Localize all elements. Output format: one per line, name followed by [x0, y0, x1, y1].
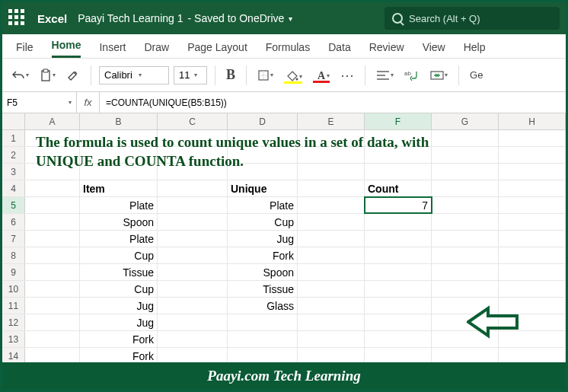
cell[interactable] — [365, 214, 432, 230]
font-family-select[interactable]: Calibri▾ — [99, 66, 169, 84]
cell[interactable] — [298, 231, 365, 247]
cell[interactable] — [298, 348, 365, 364]
cell[interactable] — [158, 180, 228, 196]
select-all-corner[interactable] — [2, 113, 25, 129]
cell[interactable]: Plate — [80, 197, 158, 213]
row-header[interactable]: 3 — [2, 164, 25, 180]
undo-button[interactable]: ▾ — [8, 67, 32, 84]
cell[interactable] — [432, 180, 499, 196]
cell[interactable] — [25, 231, 80, 247]
cell[interactable]: Spoon — [80, 214, 158, 230]
cell[interactable] — [432, 231, 499, 247]
tab-insert[interactable]: Insert — [99, 41, 126, 58]
row-header[interactable]: 7 — [2, 231, 25, 247]
tab-draw[interactable]: Draw — [144, 41, 169, 58]
cell[interactable] — [158, 214, 228, 230]
search-input[interactable]: Search (Alt + Q) — [385, 7, 560, 30]
cell[interactable] — [365, 331, 432, 347]
cell[interactable] — [365, 314, 432, 330]
cell[interactable] — [228, 130, 298, 146]
paste-button[interactable]: ▾ — [37, 66, 59, 84]
name-box[interactable]: F5▾ — [2, 92, 77, 113]
cell[interactable] — [158, 164, 228, 180]
cell[interactable] — [298, 298, 365, 314]
cell[interactable] — [499, 147, 566, 163]
cell[interactable] — [432, 348, 499, 364]
cell[interactable] — [158, 231, 228, 247]
cell[interactable] — [25, 247, 80, 263]
merge-button[interactable]: ▾ — [427, 68, 451, 83]
cell[interactable] — [228, 164, 298, 180]
tab-file[interactable]: File — [16, 41, 34, 58]
row-header[interactable]: 11 — [2, 298, 25, 314]
cell[interactable] — [365, 298, 432, 314]
col-header[interactable]: H — [499, 113, 566, 129]
cell[interactable]: Fork — [80, 331, 158, 347]
cell[interactable] — [25, 214, 80, 230]
cell[interactable] — [365, 281, 432, 297]
cell[interactable]: Fork — [228, 247, 298, 263]
cell[interactable] — [158, 348, 228, 364]
font-color-button[interactable]: A ▾ — [310, 69, 333, 81]
row-header[interactable]: 6 — [2, 214, 25, 230]
cell[interactable] — [499, 164, 566, 180]
cell[interactable] — [298, 331, 365, 347]
cell[interactable] — [298, 214, 365, 230]
col-header[interactable]: E — [298, 113, 365, 129]
cell[interactable]: Plate — [80, 231, 158, 247]
cell[interactable] — [158, 247, 228, 263]
formula-input[interactable]: =COUNTA(UNIQUE(B5:B15)) — [100, 92, 566, 113]
cell[interactable]: Jug — [80, 314, 158, 330]
more-font-button[interactable]: ⋯ — [337, 65, 357, 86]
selected-cell[interactable]: 7 — [365, 197, 432, 213]
cell[interactable] — [499, 247, 566, 263]
fill-color-button[interactable]: ▾ — [281, 69, 305, 82]
cell[interactable] — [228, 314, 298, 330]
cell[interactable] — [365, 264, 432, 280]
cell[interactable]: Fork — [80, 348, 158, 364]
cell[interactable] — [432, 147, 499, 163]
col-header[interactable]: G — [432, 113, 499, 129]
cell[interactable] — [298, 264, 365, 280]
cell[interactable] — [365, 348, 432, 364]
cell[interactable]: Item — [80, 180, 158, 196]
font-size-select[interactable]: 11▾ — [174, 66, 207, 84]
cell[interactable] — [298, 164, 365, 180]
cell[interactable] — [25, 130, 80, 146]
cell[interactable]: Cup — [228, 214, 298, 230]
row-header[interactable]: 5 — [2, 197, 25, 213]
cell[interactable] — [158, 130, 228, 146]
cell[interactable] — [365, 130, 432, 146]
cell[interactable] — [499, 197, 566, 213]
cell[interactable]: Jug — [228, 231, 298, 247]
cell[interactable] — [432, 130, 499, 146]
align-button[interactable]: ▾ — [373, 68, 397, 83]
cell[interactable] — [499, 264, 566, 280]
cell[interactable] — [158, 264, 228, 280]
row-header[interactable]: 1 — [2, 130, 25, 146]
cell[interactable] — [298, 281, 365, 297]
wrap-text-button[interactable]: ab — [401, 67, 423, 84]
cell[interactable] — [158, 331, 228, 347]
cell[interactable] — [365, 147, 432, 163]
cell[interactable] — [499, 180, 566, 196]
cell[interactable] — [158, 281, 228, 297]
cell[interactable]: Cup — [80, 281, 158, 297]
tab-data[interactable]: Data — [328, 41, 351, 58]
cell[interactable] — [499, 281, 566, 297]
cell[interactable] — [25, 264, 80, 280]
cell[interactable] — [365, 164, 432, 180]
number-format-button[interactable]: Ge — [467, 67, 486, 83]
row-header[interactable]: 8 — [2, 247, 25, 263]
cell[interactable] — [158, 314, 228, 330]
row-header[interactable]: 10 — [2, 281, 25, 297]
cell[interactable] — [432, 214, 499, 230]
cell[interactable] — [80, 164, 158, 180]
cell[interactable] — [228, 147, 298, 163]
cell[interactable]: Tissue — [80, 264, 158, 280]
row-header[interactable]: 2 — [2, 147, 25, 163]
cell[interactable]: Unique — [228, 180, 298, 196]
cell[interactable] — [80, 130, 158, 146]
col-header[interactable]: C — [158, 113, 228, 129]
row-header[interactable]: 9 — [2, 264, 25, 280]
